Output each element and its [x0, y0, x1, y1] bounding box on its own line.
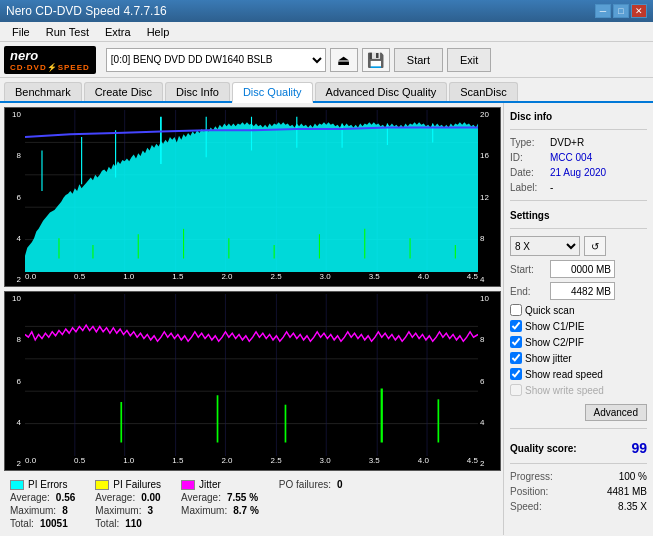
chart1-y-left: 10 8 6 4 2 — [5, 108, 25, 286]
y1-label-8: 8 — [5, 151, 23, 160]
x2-label-4: 4.0 — [418, 456, 429, 470]
close-button[interactable]: ✕ — [631, 4, 647, 18]
y2-label-10: 10 — [5, 294, 23, 303]
y2-label-8: 8 — [5, 335, 23, 344]
menu-help[interactable]: Help — [139, 24, 178, 40]
show-read-speed-checkbox[interactable] — [510, 368, 522, 380]
x2-label-05: 0.5 — [74, 456, 85, 470]
pi-failures-avg-label: Average: — [95, 492, 135, 503]
start-button[interactable]: Start — [394, 48, 443, 72]
chart1-svg — [25, 110, 478, 272]
exit-button[interactable]: Exit — [447, 48, 491, 72]
device-selector[interactable]: [0:0] BENQ DVD DD DW1640 BSLB — [106, 48, 326, 72]
advanced-btn-container: Advanced — [510, 402, 647, 421]
save-button[interactable]: 💾 — [362, 48, 390, 72]
disc-label-row: Label: - — [510, 182, 647, 193]
progress-value: 100 % — [619, 471, 647, 482]
chart2: 10 8 6 4 2 — [4, 291, 501, 471]
jitter-color — [181, 480, 195, 490]
progress-row: Progress: 100 % — [510, 471, 647, 482]
show-jitter-checkbox[interactable] — [510, 352, 522, 364]
logo-text: nero — [10, 48, 90, 63]
nero-logo: nero CD·DVD⚡SPEED — [4, 46, 96, 74]
chart1-y-right: 20 16 12 8 4 — [478, 108, 500, 286]
tab-scan-disc[interactable]: ScanDisc — [449, 82, 517, 101]
tab-create-disc[interactable]: Create Disc — [84, 82, 163, 101]
y1-label-4: 4 — [5, 234, 23, 243]
advanced-button[interactable]: Advanced — [585, 404, 647, 421]
tab-advanced-disc-quality[interactable]: Advanced Disc Quality — [315, 82, 448, 101]
divider2 — [510, 200, 647, 201]
pi-failures-total-value: 110 — [125, 518, 142, 529]
quick-scan-checkbox[interactable] — [510, 304, 522, 316]
jitter-max-label: Maximum: — [181, 505, 227, 516]
x2-label-3: 3.0 — [320, 456, 331, 470]
pi-failures-group: PI Failures Average: 0.00 Maximum: 3 Tot… — [95, 479, 161, 529]
tab-disc-quality[interactable]: Disc Quality — [232, 82, 313, 103]
pi-errors-color — [10, 480, 24, 490]
maximize-button[interactable]: □ — [613, 4, 629, 18]
x1-label-0: 0.0 — [25, 272, 36, 286]
x1-label-45: 4.5 — [467, 272, 478, 286]
show-c2pif-checkbox[interactable] — [510, 336, 522, 348]
jitter-avg-value: 7.55 % — [227, 492, 258, 503]
x1-label-2: 2.0 — [221, 272, 232, 286]
jitter-legend: Jitter — [181, 479, 259, 490]
show-c1pie-row: Show C1/PIE — [510, 320, 647, 332]
speed-selector[interactable]: 8 X 4 X 2 X MAX — [510, 236, 580, 256]
show-jitter-label: Show jitter — [525, 353, 572, 364]
tab-benchmark[interactable]: Benchmark — [4, 82, 82, 101]
bottom-info: PI Errors Average: 0.56 Maximum: 8 Total… — [4, 475, 501, 533]
date-value: 21 Aug 2020 — [550, 167, 606, 178]
jitter-label: Jitter — [199, 479, 221, 490]
po-failures-row: PO failures: 0 — [279, 479, 343, 490]
show-c1pie-checkbox[interactable] — [510, 320, 522, 332]
end-label: End: — [510, 286, 546, 297]
y1-label-6: 6 — [5, 193, 23, 202]
menu-extra[interactable]: Extra — [97, 24, 139, 40]
x2-label-2: 2.0 — [221, 456, 232, 470]
pi-errors-max-value: 8 — [62, 505, 68, 516]
show-jitter-row: Show jitter — [510, 352, 647, 364]
start-label: Start: — [510, 264, 546, 275]
pi-errors-avg-row: Average: 0.56 — [10, 492, 75, 503]
divider1 — [510, 129, 647, 130]
x2-label-15: 1.5 — [172, 456, 183, 470]
show-write-speed-checkbox[interactable] — [510, 384, 522, 396]
jitter-avg-row: Average: 7.55 % — [181, 492, 259, 503]
menu-file[interactable]: File — [4, 24, 38, 40]
pi-failures-avg-row: Average: 0.00 — [95, 492, 161, 503]
quick-scan-row: Quick scan — [510, 304, 647, 316]
show-c2pif-label: Show C2/PIF — [525, 337, 584, 348]
speed-display-row: Speed: 8.35 X — [510, 501, 647, 512]
x1-label-25: 2.5 — [270, 272, 281, 286]
chart1-inner — [25, 110, 478, 272]
type-label: Type: — [510, 137, 546, 148]
main-content: 10 8 6 4 2 — [0, 103, 653, 535]
tab-disc-info[interactable]: Disc Info — [165, 82, 230, 101]
x1-label-05: 0.5 — [74, 272, 85, 286]
pi-failures-color — [95, 480, 109, 490]
menu-run-test[interactable]: Run Test — [38, 24, 97, 40]
position-value: 4481 MB — [607, 486, 647, 497]
pi-failures-max-row: Maximum: 3 — [95, 505, 161, 516]
disc-label-value: - — [550, 182, 553, 193]
pi-errors-max-row: Maximum: 8 — [10, 505, 75, 516]
x2-label-0: 0.0 — [25, 456, 36, 470]
divider5 — [510, 463, 647, 464]
x1-label-3: 3.0 — [320, 272, 331, 286]
eject-button[interactable]: ⏏ — [330, 48, 358, 72]
x2-label-35: 3.5 — [369, 456, 380, 470]
minimize-button[interactable]: ─ — [595, 4, 611, 18]
type-row: Type: DVD+R — [510, 137, 647, 148]
show-write-speed-row: Show write speed — [510, 384, 647, 396]
yr2-label-2: 2 — [478, 459, 500, 468]
chart2-x-axis: 0.0 0.5 1.0 1.5 2.0 2.5 3.0 3.5 4.0 4.5 — [25, 456, 478, 470]
app-title: Nero CD-DVD Speed 4.7.7.16 — [6, 4, 167, 18]
start-input[interactable] — [550, 260, 615, 278]
end-input[interactable] — [550, 282, 615, 300]
refresh-button[interactable]: ↺ — [584, 236, 606, 256]
x2-label-1: 1.0 — [123, 456, 134, 470]
speed-display-value: 8.35 X — [618, 501, 647, 512]
id-value: MCC 004 — [550, 152, 592, 163]
